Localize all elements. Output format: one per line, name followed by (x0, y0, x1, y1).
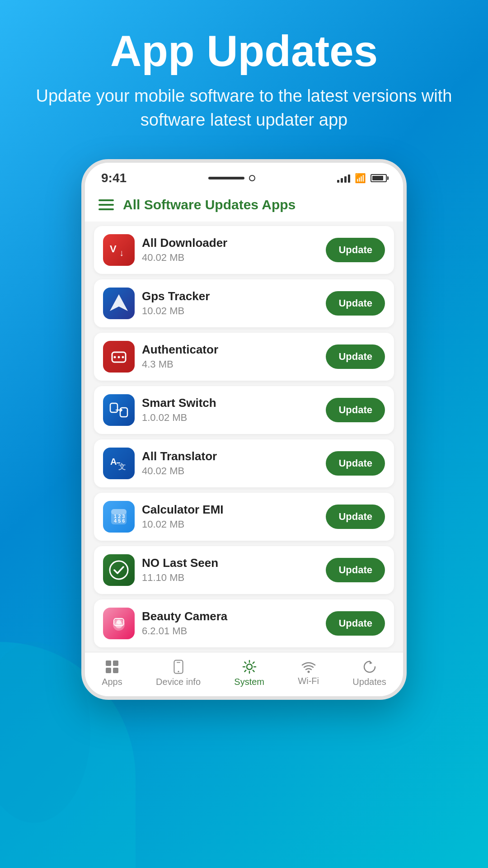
app-size-calculator: 10.02 MB (142, 519, 319, 530)
update-button-downloader[interactable]: Update (326, 238, 385, 262)
svg-point-6 (122, 356, 124, 358)
list-item: Gps Tracker 10.02 MB Update (94, 279, 394, 327)
update-button-gps[interactable]: Update (326, 291, 385, 316)
app-name-nolastseen: NO Last Seen (142, 556, 319, 570)
svg-marker-29 (370, 660, 372, 664)
app-name-translator: All Translator (142, 449, 319, 463)
menu-line-2 (99, 204, 114, 206)
side-button-3 (81, 280, 83, 307)
svg-text:文: 文 (118, 462, 126, 471)
svg-point-28 (307, 670, 310, 673)
phone-frame: 9:41 📶 (81, 159, 407, 700)
menu-line-1 (99, 199, 114, 201)
wifi-icon (301, 660, 316, 673)
app-size-gps: 10.02 MB (142, 305, 319, 317)
app-size-switch: 1.0.02 MB (142, 412, 319, 424)
svg-rect-22 (106, 668, 111, 673)
nav-item-device[interactable]: Device info (156, 660, 201, 687)
svg-rect-20 (106, 660, 111, 666)
nav-label-apps: Apps (102, 677, 122, 687)
side-button (405, 253, 407, 289)
list-item: V ↓ All Downloader 40.02 MB Update (94, 226, 394, 274)
app-name-beauty: Beauty Camera (142, 609, 319, 623)
app-name-gps: Gps Tracker (142, 289, 319, 303)
app-header: All Software Updates Apps (85, 190, 403, 222)
svg-point-15 (110, 561, 128, 579)
app-icon-gps (103, 288, 135, 319)
nav-label-device: Device info (156, 677, 201, 687)
app-size-beauty: 6.2.01 MB (142, 625, 319, 637)
svg-rect-7 (110, 403, 117, 412)
battery-fill (372, 176, 383, 180)
app-size-translator: 40.02 MB (142, 465, 319, 477)
wifi-status-icon: 📶 (355, 173, 366, 184)
svg-point-27 (247, 664, 252, 670)
nav-item-updates[interactable]: Updates (352, 660, 386, 687)
page-header: App Updates Update your mobile software … (0, 0, 488, 146)
update-button-calculator[interactable]: Update (326, 505, 385, 529)
app-icon-nolastseen (103, 554, 135, 586)
system-icon (242, 660, 257, 674)
device-icon (172, 660, 185, 674)
list-item: NO Last Seen 11.10 MB Update (94, 546, 394, 594)
phone-mockup: 9:41 📶 (0, 159, 488, 700)
app-icon-switch (103, 394, 135, 426)
signal-bar-4 (348, 175, 350, 183)
svg-marker-2 (110, 294, 128, 311)
update-button-beauty[interactable]: Update (326, 611, 385, 636)
app-screen-title: All Software Updates Apps (123, 197, 296, 212)
notch-bar (208, 177, 244, 179)
app-icon-auth (103, 341, 135, 373)
svg-text:4 5 6: 4 5 6 (114, 518, 125, 524)
svg-point-5 (118, 356, 120, 358)
bottom-navigation: Apps Device info System (85, 652, 403, 696)
nav-label-updates: Updates (352, 677, 386, 687)
svg-rect-21 (113, 660, 118, 666)
status-icons: 📶 (337, 173, 387, 184)
app-icon-beauty (103, 608, 135, 639)
svg-point-26 (178, 671, 179, 672)
menu-button[interactable] (99, 199, 114, 210)
update-button-translator[interactable]: Update (326, 451, 385, 476)
svg-point-19 (117, 620, 121, 624)
nav-item-apps[interactable]: Apps (102, 660, 122, 687)
app-icon-calculator: 1 2 3 4 5 6 (103, 501, 135, 533)
list-item: A 文 All Translator 40.02 MB Update (94, 439, 394, 487)
app-info-gps: Gps Tracker 10.02 MB (142, 289, 319, 317)
app-size-downloader: 40.02 MB (142, 252, 319, 264)
menu-line-3 (99, 208, 114, 210)
notch (208, 175, 255, 181)
app-info-downloader: All Downloader 40.02 MB (142, 236, 319, 264)
battery-icon (371, 174, 387, 182)
updates-icon (362, 660, 377, 674)
app-size-nolastseen: 11.10 MB (142, 572, 319, 584)
svg-point-4 (114, 356, 116, 358)
status-time: 9:41 (101, 171, 127, 185)
app-info-nolastseen: NO Last Seen 11.10 MB (142, 556, 319, 584)
update-button-switch[interactable]: Update (326, 398, 385, 422)
update-button-auth[interactable]: Update (326, 344, 385, 369)
side-button-2 (81, 244, 83, 271)
nav-item-system[interactable]: System (234, 660, 264, 687)
svg-rect-14 (111, 509, 127, 514)
nav-item-wifi[interactable]: Wi-Fi (298, 660, 319, 686)
signal-bar-1 (337, 180, 339, 183)
app-info-beauty: Beauty Camera 6.2.01 MB (142, 609, 319, 637)
notch-circle (249, 175, 255, 181)
svg-text:A: A (110, 457, 117, 467)
app-list: V ↓ All Downloader 40.02 MB Update (85, 222, 403, 652)
signal-icon (337, 174, 350, 183)
app-info-calculator: Calculator EMI 10.02 MB (142, 503, 319, 530)
svg-text:V: V (110, 243, 117, 255)
nav-label-system: System (234, 677, 264, 687)
signal-bar-2 (341, 178, 343, 183)
app-info-auth: Authenticator 4.3 MB (142, 343, 319, 370)
list-item: Beauty Camera 6.2.01 MB Update (94, 599, 394, 647)
main-title: App Updates (27, 27, 461, 75)
app-info-switch: Smart Switch 1.0.02 MB (142, 396, 319, 424)
app-name-switch: Smart Switch (142, 396, 319, 410)
update-button-nolastseen[interactable]: Update (326, 558, 385, 582)
main-subtitle: Update your mobile software to the lates… (27, 84, 461, 132)
list-item: 1 2 3 4 5 6 Calculator EMI 10.02 MB Upda… (94, 493, 394, 541)
signal-bar-3 (344, 176, 347, 183)
